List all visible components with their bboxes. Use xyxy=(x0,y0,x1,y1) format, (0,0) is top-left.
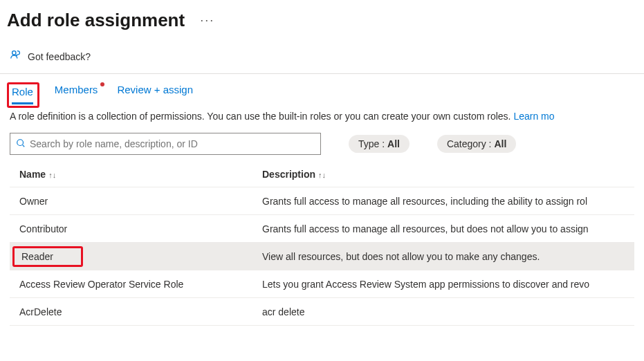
tab-members[interactable]: Members xyxy=(55,84,98,102)
filter-category-pill[interactable]: Category : All xyxy=(437,135,516,153)
role-description: Grants full access to manage all resourc… xyxy=(262,196,634,207)
filter-type-pill[interactable]: Type : All xyxy=(349,135,410,153)
svg-point-1 xyxy=(17,139,24,145)
page-title: Add role assignment xyxy=(7,10,185,31)
role-description: acr delete xyxy=(262,306,634,317)
tab-review-assign[interactable]: Review + assign xyxy=(117,84,193,102)
column-header-name[interactable]: Name↑↓ xyxy=(10,169,262,180)
feedback-label: Got feedback? xyxy=(28,51,91,62)
table-row[interactable]: Contributor Grants full access to manage… xyxy=(10,215,634,243)
role-description: Lets you grant Access Review System app … xyxy=(262,279,634,290)
svg-point-0 xyxy=(12,51,16,55)
tab-role[interactable]: Role xyxy=(12,86,33,104)
table-row[interactable]: Access Review Operator Service Role Lets… xyxy=(10,270,634,298)
required-indicator-icon xyxy=(100,82,104,86)
column-header-description[interactable]: Description↑↓ xyxy=(262,169,634,180)
role-description-text: A role definition is a collection of per… xyxy=(0,102,644,130)
search-icon xyxy=(16,138,26,150)
feedback-icon xyxy=(10,49,22,64)
role-name: Reader xyxy=(21,251,53,262)
table-row[interactable]: Owner Grants full access to manage all r… xyxy=(10,187,634,215)
table-header: Name↑↓ Description↑↓ xyxy=(10,162,634,187)
role-description: View all resources, but does not allow y… xyxy=(262,251,634,262)
role-name: Contributor xyxy=(10,223,262,234)
more-actions-button[interactable]: ··· xyxy=(197,10,217,30)
search-input[interactable] xyxy=(30,138,315,149)
search-input-container[interactable] xyxy=(10,133,321,155)
role-name: AcrDelete xyxy=(10,306,262,317)
role-name: Owner xyxy=(10,196,262,207)
table-row[interactable]: AcrDelete acr delete xyxy=(10,298,634,326)
role-description: Grants full access to manage all resourc… xyxy=(262,223,634,234)
table-row[interactable]: Reader View all resources, but does not … xyxy=(10,243,634,270)
sort-icon: ↑↓ xyxy=(318,171,326,179)
learn-more-link[interactable]: Learn mo xyxy=(513,111,554,122)
role-name: Access Review Operator Service Role xyxy=(10,279,262,290)
reader-role-highlight: Reader xyxy=(12,246,83,267)
tab-role-highlight: Role xyxy=(7,82,39,108)
sort-icon: ↑↓ xyxy=(48,171,56,179)
feedback-link[interactable]: Got feedback? xyxy=(0,37,644,73)
